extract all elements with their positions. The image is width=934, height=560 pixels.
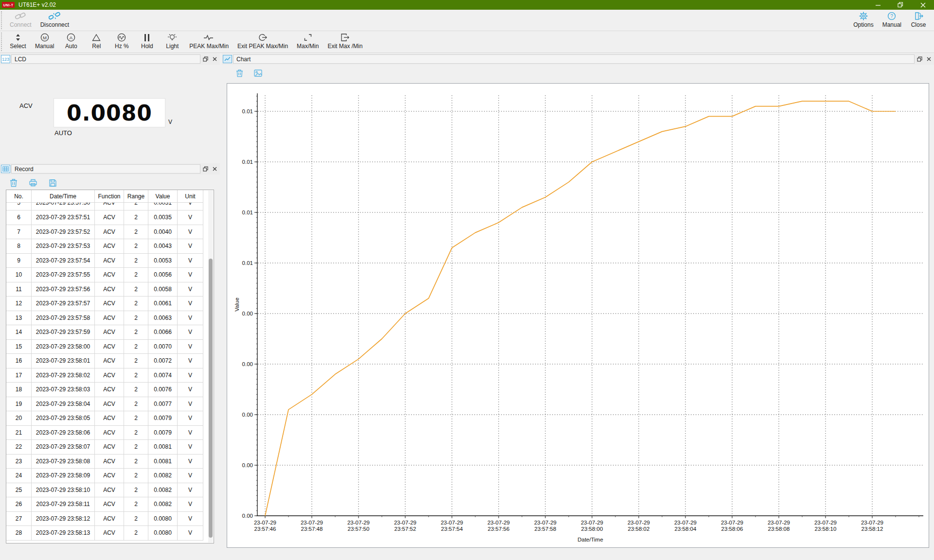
close-app-button[interactable]: Close xyxy=(906,10,931,31)
table-row[interactable]: 252023-07-29 23:58:10ACV20.0082V xyxy=(6,483,203,498)
table-row[interactable]: 142023-07-29 23:57:59ACV20.0066V xyxy=(6,325,203,340)
table-row[interactable]: 212023-07-29 23:58:06ACV20.0079V xyxy=(6,426,203,440)
table-cell: 0.0058 xyxy=(148,282,178,297)
svg-text:?: ? xyxy=(891,14,894,19)
table-row[interactable]: 272023-07-29 23:58:12ACV20.0080V xyxy=(6,512,203,526)
auto-mode-button[interactable]: A Auto xyxy=(58,31,84,52)
table-row[interactable]: 172023-07-29 23:58:02ACV20.0074V xyxy=(6,368,203,383)
table-cell: 2023-07-29 23:58:08 xyxy=(32,455,95,469)
table-cell: 2 xyxy=(124,325,148,340)
table-cell: 7 xyxy=(6,225,32,240)
svg-text:23-07-29: 23-07-29 xyxy=(487,520,510,525)
column-header[interactable]: Value xyxy=(148,190,178,203)
column-header[interactable]: Range xyxy=(124,190,148,203)
table-cell: 2023-07-29 23:57:57 xyxy=(32,297,95,311)
toolbar-drag-handle[interactable] xyxy=(1,33,4,51)
table-cell: 10 xyxy=(6,268,32,282)
svg-text:23:58:00: 23:58:00 xyxy=(581,526,603,532)
table-row[interactable]: 82023-07-29 23:57:53ACV20.0043V xyxy=(6,239,203,254)
delete-records-button[interactable] xyxy=(9,178,18,188)
maximize-icon[interactable] xyxy=(889,0,912,10)
table-row[interactable]: 92023-07-29 23:57:54ACV20.0053V xyxy=(6,254,203,268)
exit-peak-maxmin-button[interactable]: Exit PEAK Max/Min xyxy=(233,31,292,52)
table-row[interactable]: 52023-07-29 23:57:50ACV20.0031V xyxy=(6,203,203,210)
light-button[interactable]: Light xyxy=(160,31,185,52)
connect-button[interactable]: Connect xyxy=(5,10,36,31)
table-cell: 16 xyxy=(6,354,32,368)
record-panel: Record No.Date/TimeFunctionRangeValueUni… xyxy=(0,163,220,560)
float-panel-icon[interactable] xyxy=(201,165,210,173)
close-icon[interactable] xyxy=(912,0,934,10)
maxmin-button[interactable]: Max/Min xyxy=(292,31,323,52)
table-row[interactable]: 222023-07-29 23:58:07ACV20.0081V xyxy=(6,440,203,455)
toolbar-drag-handle[interactable] xyxy=(1,11,4,29)
table-row[interactable]: 72023-07-29 23:57:52ACV20.0040V xyxy=(6,225,203,240)
float-panel-icon[interactable] xyxy=(916,55,924,63)
table-row[interactable]: 242023-07-29 23:58:09ACV20.0082V xyxy=(6,469,203,483)
table-row[interactable]: 132023-07-29 23:57:58ACV20.0063V xyxy=(6,311,203,326)
float-panel-icon[interactable] xyxy=(201,55,210,63)
table-row[interactable]: 162023-07-29 23:58:01ACV20.0072V xyxy=(6,354,203,368)
column-header[interactable]: No. xyxy=(6,190,32,203)
table-cell: 2 xyxy=(124,354,148,368)
table-row[interactable]: 62023-07-29 23:57:51ACV20.0035V xyxy=(6,210,203,225)
svg-text:23-07-29: 23-07-29 xyxy=(347,520,370,525)
svg-text:23-07-29: 23-07-29 xyxy=(254,520,276,525)
select-button[interactable]: Select xyxy=(5,31,31,52)
table-cell: V xyxy=(178,354,203,368)
minimize-icon[interactable] xyxy=(867,0,889,10)
rel-button[interactable]: Rel xyxy=(84,31,109,52)
hold-button[interactable]: Hold xyxy=(134,31,160,52)
hold-pause-icon xyxy=(144,33,150,42)
record-table: No.Date/TimeFunctionRangeValueUnit52023-… xyxy=(6,190,203,541)
svg-text:23-07-29: 23-07-29 xyxy=(534,520,557,525)
scrollbar-thumb[interactable] xyxy=(209,259,213,538)
hz-percent-button[interactable]: Hz % xyxy=(109,31,134,52)
clear-chart-button[interactable] xyxy=(234,68,244,78)
manual-mode-button[interactable]: M Manual xyxy=(31,31,58,52)
table-cell: V xyxy=(178,225,203,240)
meter-toolbar: Select M Manual A Auto Rel Hz % xyxy=(0,31,934,53)
partially-scrolled-row[interactable]: 52023-07-29 23:57:50ACV20.0031V xyxy=(6,203,203,210)
table-cell: 2 xyxy=(124,497,148,512)
table-cell: 2 xyxy=(124,268,148,282)
table-header-row[interactable]: No.Date/TimeFunctionRangeValueUnit xyxy=(6,190,203,203)
peak-maxmin-button[interactable]: PEAK Max/Min xyxy=(185,31,233,52)
maxmin-label: Max/Min xyxy=(297,43,319,50)
table-row[interactable]: 182023-07-29 23:58:03ACV20.0076V xyxy=(6,383,203,397)
table-cell: 2 xyxy=(124,397,148,412)
svg-text:23:57:52: 23:57:52 xyxy=(395,526,416,532)
table-cell: V xyxy=(178,325,203,340)
manual-help-button[interactable]: ? Manual xyxy=(878,10,906,31)
table-cell: 13 xyxy=(6,311,32,326)
options-button[interactable]: Options xyxy=(849,10,878,31)
svg-text:123: 123 xyxy=(2,57,9,62)
table-row[interactable]: 262023-07-29 23:58:11ACV20.0082V xyxy=(6,497,203,512)
close-panel-icon[interactable] xyxy=(211,55,219,63)
table-cell: 2 xyxy=(124,340,148,354)
table-row[interactable]: 202023-07-29 23:58:05ACV20.0079V xyxy=(6,411,203,426)
save-records-button[interactable] xyxy=(48,178,57,188)
disconnect-button[interactable]: Disconnect xyxy=(36,10,73,31)
svg-text:23:57:54: 23:57:54 xyxy=(441,526,463,532)
table-cell: ACV xyxy=(95,254,124,268)
table-row[interactable]: 152023-07-29 23:58:00ACV20.0070V xyxy=(6,340,203,354)
table-cell: V xyxy=(178,297,203,311)
print-records-button[interactable] xyxy=(28,178,38,188)
table-row[interactable]: 282023-07-29 23:58:13ACV20.0080V xyxy=(6,526,203,541)
export-image-button[interactable] xyxy=(253,68,263,78)
exit-maxmin-button[interactable]: Exit Max /Min xyxy=(323,31,367,52)
close-panel-icon[interactable] xyxy=(211,165,219,173)
column-header[interactable]: Function xyxy=(95,190,124,203)
column-header[interactable]: Date/Time xyxy=(32,190,95,203)
column-header[interactable]: Unit xyxy=(178,190,203,203)
table-row[interactable]: 232023-07-29 23:58:08ACV20.0081V xyxy=(6,455,203,469)
table-cell: 2023-07-29 23:57:55 xyxy=(32,268,95,282)
table-row[interactable]: 192023-07-29 23:58:04ACV20.0077V xyxy=(6,397,203,412)
table-row[interactable]: 122023-07-29 23:57:57ACV20.0061V xyxy=(6,297,203,311)
record-scrollbar[interactable] xyxy=(208,191,213,542)
svg-text:0.01: 0.01 xyxy=(242,159,253,165)
close-panel-icon[interactable] xyxy=(925,55,933,63)
table-row[interactable]: 112023-07-29 23:57:56ACV20.0058V xyxy=(6,282,203,297)
table-row[interactable]: 102023-07-29 23:57:55ACV20.0056V xyxy=(6,268,203,282)
